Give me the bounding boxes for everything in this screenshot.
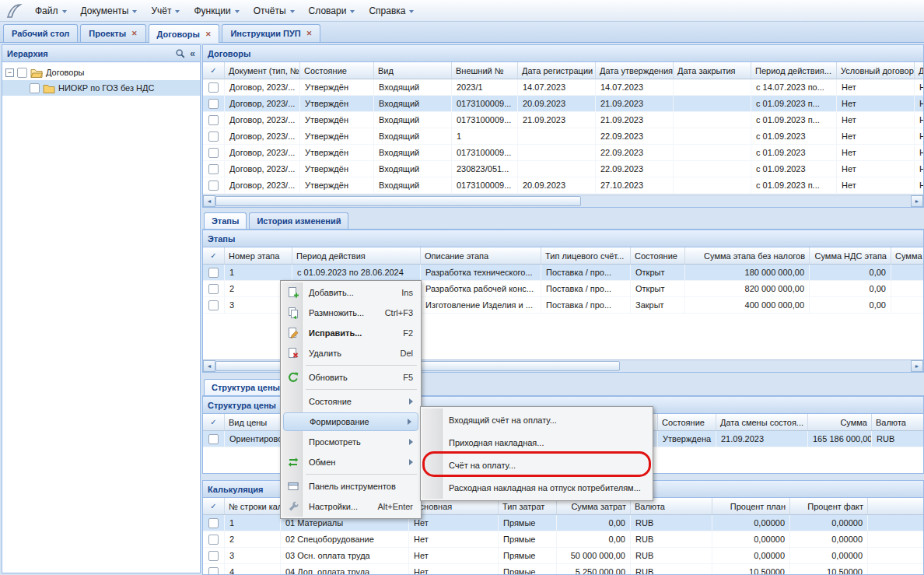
menu-item[interactable]: Добавить...Ins [282, 282, 419, 303]
table-row[interactable]: Договор, 2023/...УтверждёнВходящий2023/1… [203, 79, 923, 96]
column-header[interactable]: Процент факт [790, 498, 868, 514]
row-checkbox[interactable] [208, 551, 219, 561]
tab[interactable]: Проекты✕ [80, 24, 145, 42]
menu-item[interactable]: Формирование [283, 412, 418, 431]
tab[interactable]: Инструкции ПУП✕ [222, 24, 320, 42]
column-header[interactable]: Период действия... [751, 62, 837, 79]
scroll-thumb[interactable] [215, 196, 581, 206]
column-header[interactable]: До... [915, 62, 923, 79]
close-tab-icon[interactable]: ✕ [131, 30, 138, 37]
select-all-header[interactable]: ✓ [203, 62, 225, 79]
h-scrollbar[interactable]: ◄ ► [203, 195, 923, 207]
table-row[interactable]: Договор, 2023/...УтверждёнВходящий230823… [203, 161, 923, 177]
row-checkbox[interactable] [208, 131, 219, 142]
menu-item[interactable]: УдалитьDel [282, 343, 419, 363]
column-header[interactable]: Состояние [631, 247, 685, 264]
row-checkbox[interactable] [208, 434, 219, 444]
column-header[interactable]: Состояние [300, 62, 374, 79]
row-checkbox[interactable] [208, 284, 219, 294]
table-row[interactable]: 404 Доп. оплата трудаНетПрямые5 250 000,… [203, 564, 923, 574]
row-checkbox[interactable] [208, 99, 219, 109]
scroll-right-icon[interactable]: ► [911, 360, 923, 372]
column-header[interactable]: Внешний № [452, 62, 518, 79]
menubar-item[interactable]: Справка [362, 2, 421, 20]
column-header[interactable]: Номер этапа [225, 247, 292, 264]
select-all-header[interactable]: ✓ [203, 414, 225, 430]
tab[interactable]: Договоры✕ [149, 24, 220, 43]
table-row[interactable]: 202 СпецоборудованиеНетПрямые0,00RUB0,00… [203, 531, 923, 548]
column-header[interactable]: Условный договор [837, 62, 915, 79]
row-checkbox[interactable] [208, 567, 219, 575]
menu-item[interactable]: Входящий счёт на оплату... [422, 408, 651, 431]
tab[interactable]: История изменений [249, 212, 348, 229]
menu-item[interactable]: Приходная накладная... [422, 431, 651, 454]
menubar-item[interactable]: Отчёты [247, 2, 302, 20]
tree-node[interactable]: НИОКР по ГОЗ без НДС [2, 80, 200, 96]
menu-item[interactable]: Просмотреть [282, 432, 419, 452]
menubar-item[interactable]: Словари [302, 2, 362, 20]
row-checkbox[interactable] [208, 82, 219, 93]
tree-expand-icon[interactable]: − [5, 68, 14, 77]
menu-item[interactable]: Счёт на оплату... [422, 454, 651, 476]
select-all-header[interactable]: ✓ [203, 498, 225, 514]
menu-item[interactable]: Панель инструментов [282, 476, 419, 496]
row-checkbox[interactable] [208, 518, 219, 528]
close-tab-icon[interactable]: ✕ [205, 30, 212, 38]
menubar-item[interactable]: Учёт [144, 2, 187, 20]
column-header[interactable]: Тип лицевого счёт... [541, 247, 631, 264]
column-header[interactable]: Дата регистрации [518, 62, 596, 79]
collapse-panel-icon[interactable]: « [190, 48, 195, 59]
row-checkbox[interactable] [208, 535, 219, 545]
table-row[interactable]: 303 Осн. оплата трудаНетПрямые50 000 000… [203, 548, 923, 564]
row-checkbox[interactable] [208, 164, 219, 174]
row-checkbox[interactable] [208, 300, 219, 310]
column-header[interactable]: Сумма [808, 414, 872, 430]
column-header[interactable]: Дата закрытия [674, 62, 751, 79]
close-tab-icon[interactable]: ✕ [306, 30, 313, 37]
row-checkbox[interactable] [208, 268, 219, 278]
column-header[interactable]: Сумма этапа без налогов [685, 247, 810, 264]
row-checkbox[interactable] [208, 181, 219, 191]
search-icon[interactable] [175, 48, 186, 59]
column-header[interactable]: Описание этапа [421, 247, 541, 264]
menu-item[interactable]: Расходная накладная на отпуск потребител… [422, 476, 651, 499]
tab[interactable]: Структура цены [204, 379, 288, 395]
column-header[interactable]: Состояние [658, 414, 716, 430]
column-header[interactable]: Сумма НДС этапа [810, 247, 891, 264]
column-header[interactable]: Дата утверждения [596, 62, 674, 79]
menu-item[interactable]: Настройки...Alt+Enter [282, 496, 419, 517]
column-header[interactable]: Процент план [712, 498, 790, 514]
menu-item[interactable]: Состояние [282, 391, 419, 412]
tree-checkbox[interactable] [17, 68, 27, 78]
table-row[interactable]: Договор, 2023/...УтверждёнВходящий017310… [203, 145, 923, 161]
column-header[interactable]: Период действия [292, 247, 421, 264]
column-header[interactable]: Документ (тип, №... [225, 62, 300, 79]
scroll-right-icon[interactable]: ► [911, 195, 923, 207]
tab[interactable]: Рабочий стол [3, 24, 78, 42]
scroll-left-icon[interactable]: ◄ [203, 360, 215, 372]
menubar-item[interactable]: Документы [74, 2, 145, 20]
column-header[interactable]: Вид [374, 62, 452, 79]
table-row[interactable]: Договор, 2023/...УтверждёнВходящий017310… [203, 96, 923, 112]
column-header[interactable] [868, 498, 923, 514]
row-checkbox[interactable] [208, 115, 219, 125]
tree-node[interactable]: −Договоры [2, 65, 200, 80]
column-header[interactable]: Вид цены [225, 414, 287, 430]
scroll-left-icon[interactable]: ◄ [203, 195, 215, 207]
menu-item[interactable]: Обмен [282, 452, 419, 472]
table-row[interactable]: Договор, 2023/...УтверждёнВходящий017310… [203, 177, 923, 194]
table-row[interactable]: Договор, 2023/...УтверждёнВходящий017310… [203, 112, 923, 128]
menu-item[interactable]: Размножить...Ctrl+F3 [282, 303, 419, 323]
column-header[interactable]: Валюта [872, 414, 923, 430]
table-row[interactable]: Договор, 2023/...УтверждёнВходящий122.09… [203, 128, 923, 145]
select-all-header[interactable]: ✓ [203, 247, 225, 264]
menubar-item[interactable]: Функции [187, 2, 246, 20]
column-header[interactable]: № строки кал... [225, 498, 281, 514]
tree-checkbox[interactable] [30, 83, 40, 93]
column-header[interactable]: Дата смены состоя... [716, 414, 808, 430]
menu-item[interactable]: ОбновитьF5 [282, 367, 419, 387]
row-checkbox[interactable] [208, 148, 219, 158]
tab[interactable]: Этапы [204, 212, 247, 229]
column-header[interactable]: Сумма эт... [891, 247, 923, 264]
table-row[interactable]: 1с 01.09.2023 по 28.06.2024Разработка те… [203, 265, 923, 281]
